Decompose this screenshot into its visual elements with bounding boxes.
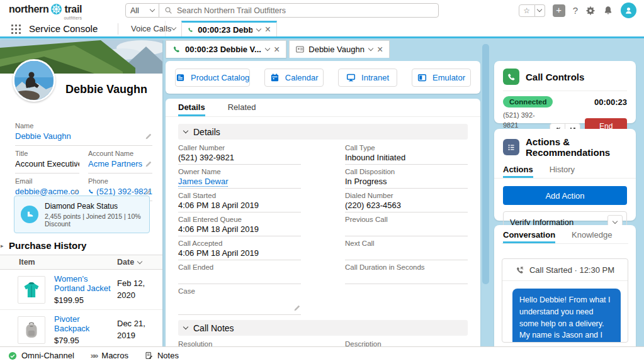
- search-icon: [164, 6, 172, 14]
- purchase-table-header: Item Date: [0, 255, 162, 270]
- edit-pencil-icon[interactable]: [293, 304, 301, 312]
- global-search-input[interactable]: [177, 6, 433, 15]
- email-link[interactable]: debbie@acme.com: [15, 187, 79, 196]
- subtab-voice-call[interactable]: 00:00:23 Debbie V... ×: [166, 40, 286, 58]
- field-owner-name: Owner NameJames Dewar: [178, 165, 301, 189]
- notifications-bell-icon[interactable]: [603, 6, 613, 16]
- phone-icon: [88, 188, 94, 195]
- contact-side-panel: Debbie Vaughn Name Debbie Vaughn Title A…: [0, 40, 162, 346]
- calendar-button[interactable]: Calendar: [264, 69, 324, 87]
- emulator-button[interactable]: Emulator: [412, 69, 471, 87]
- scrollbar-thumb[interactable]: [482, 44, 489, 284]
- call-notes-grid: Resolution Description: [178, 337, 468, 346]
- contact-card-icon: [296, 46, 304, 53]
- favorites-star-icon[interactable]: ☆: [519, 4, 535, 17]
- tab-knowledge[interactable]: Knowledge: [572, 230, 612, 243]
- online-check-icon: [8, 351, 17, 360]
- macros-button[interactable]: »» Macros: [91, 351, 128, 360]
- tab-conversation[interactable]: Conversation: [503, 230, 555, 243]
- tab-history[interactable]: History: [550, 165, 575, 178]
- column-item[interactable]: Item: [0, 258, 117, 267]
- logo-word-trail: trailoutfitters: [64, 4, 82, 15]
- favorites-control[interactable]: ☆: [519, 4, 545, 17]
- calendar-icon: [270, 73, 280, 82]
- phone-link[interactable]: (521) 392-9821: [96, 187, 152, 196]
- edit-pencil-icon[interactable]: [72, 160, 79, 168]
- utility-bar: Omni-Channel »» Macros Notes: [0, 346, 644, 364]
- subtab-contact[interactable]: Debbie Vaughn ×: [289, 40, 390, 58]
- tab-actions[interactable]: Actions: [503, 165, 533, 178]
- tab-close-icon[interactable]: ×: [265, 25, 271, 35]
- incoming-call-icon: [516, 266, 524, 275]
- product-link[interactable]: Women's Portland Jacket: [54, 274, 111, 293]
- subtab-menu-chevron-icon[interactable]: [368, 46, 373, 51]
- status-title: Diamond Peak Status: [45, 202, 118, 211]
- subtab-menu-chevron-icon[interactable]: [265, 46, 270, 51]
- search-scope-value: All: [130, 6, 139, 15]
- tab-menu-chevron-icon[interactable]: [256, 26, 261, 31]
- purchase-history-title: Purchase History: [9, 240, 86, 251]
- omni-channel-button[interactable]: Omni-Channel: [8, 351, 74, 360]
- status-detail: 2,455 points | Joined 2015 | 10% Discoun…: [45, 212, 143, 228]
- global-search[interactable]: [159, 3, 439, 18]
- owner-link[interactable]: James Dewar: [178, 177, 228, 187]
- product-catalog-button[interactable]: Product Catalog: [175, 69, 250, 87]
- status-badge: Connected: [503, 96, 553, 108]
- field-call-disposition: Call DispositionIn Progress: [345, 165, 468, 189]
- favorites-dropdown[interactable]: [535, 4, 545, 17]
- app-name[interactable]: Service Console: [29, 23, 98, 34]
- search-scope-selector[interactable]: All: [125, 3, 159, 18]
- field-resolution: Resolution: [178, 337, 301, 346]
- emulator-icon: [417, 73, 427, 82]
- subtab-close-icon[interactable]: ×: [377, 45, 383, 55]
- nav-divider: [118, 23, 118, 35]
- chevron-down-icon: [150, 7, 155, 12]
- column-date[interactable]: Date: [117, 258, 162, 267]
- account-link[interactable]: Acme Partners: [88, 159, 142, 168]
- user-avatar[interactable]: [621, 3, 636, 18]
- product-price: $79.95: [54, 336, 117, 345]
- desktop-icon: [346, 73, 356, 82]
- field-call-type: Call TypeInbound Initiated: [345, 141, 468, 165]
- purchase-history-table: Item Date Women's Portland Jacket $199.9…: [0, 255, 162, 350]
- tab-details[interactable]: Details: [178, 102, 205, 116]
- subtab-close-icon[interactable]: ×: [274, 45, 280, 55]
- contact-fields: Name Debbie Vaughn Title Account Executi…: [0, 118, 162, 201]
- workspace-scrollbar[interactable]: [482, 40, 489, 346]
- field-description: Description: [345, 337, 468, 346]
- workspace-tab-active[interactable]: 00:00:23 Debbie V... ×: [181, 21, 277, 36]
- field-call-accepted: Call Accepted4:06 PM 18 April 2019: [178, 236, 301, 260]
- app-launcher-icon[interactable]: [11, 25, 21, 34]
- notes-button[interactable]: Notes: [145, 351, 179, 360]
- conversation-card: Conversation Knowledge Call Started · 12…: [494, 225, 636, 346]
- section-header-call-notes[interactable]: Call Notes: [178, 320, 468, 336]
- panel-collapse-arrow-icon[interactable]: ▸: [1, 243, 4, 249]
- global-actions-add-icon[interactable]: +: [553, 4, 565, 17]
- call-controls-card: Call Controls Connected 00:00:23 (521) 3…: [494, 61, 636, 123]
- main-workspace: Debbie Vaughn Name Debbie Vaughn Title A…: [0, 40, 644, 346]
- logo-compass-icon: [50, 3, 62, 15]
- product-link[interactable]: Pivoter Backpack: [54, 314, 89, 333]
- edit-pencil-icon[interactable]: [145, 133, 152, 140]
- contact-avatar[interactable]: [13, 59, 55, 102]
- product-price: $199.95: [54, 295, 117, 305]
- nav-item-dropdown[interactable]: [165, 21, 181, 36]
- add-action-button[interactable]: Add Action: [503, 186, 627, 205]
- field-previous-call: Previous Call: [345, 212, 468, 236]
- intranet-button[interactable]: Intranet: [338, 69, 397, 87]
- macros-icon: »»: [91, 351, 97, 360]
- field-case: Case: [178, 284, 301, 315]
- edit-pencil-icon[interactable]: [72, 188, 79, 196]
- tab-related[interactable]: Related: [228, 102, 256, 116]
- conversation-transcript: Call Started · 12:30 PM Hello Debbie! Fr…: [502, 258, 628, 343]
- table-row[interactable]: Pivoter Backpack $79.95 Dec 21, 2019: [0, 310, 162, 350]
- help-icon[interactable]: ?: [573, 5, 578, 16]
- contact-name-link[interactable]: Debbie Vaughn: [15, 131, 71, 141]
- setup-gear-icon[interactable]: [585, 6, 596, 16]
- section-header-details[interactable]: Details: [178, 124, 468, 140]
- edit-pencil-icon[interactable]: [145, 188, 152, 196]
- table-row[interactable]: Women's Portland Jacket $199.95 Feb 12, …: [0, 270, 162, 310]
- call-phone-icon: [503, 69, 519, 85]
- edit-pencil-icon[interactable]: [145, 160, 152, 168]
- field-call-ended: Call Ended: [178, 260, 301, 284]
